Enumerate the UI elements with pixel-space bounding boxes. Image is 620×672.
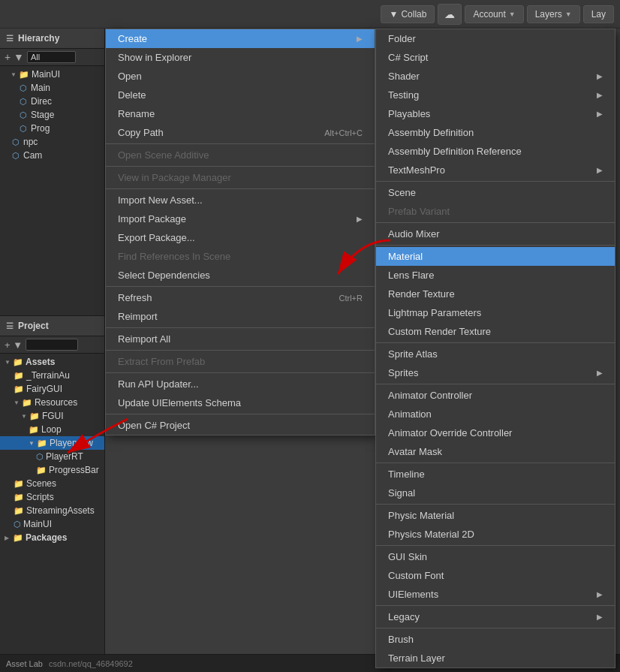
- tree-item-progressbar[interactable]: 📁 ProgressBar: [0, 463, 104, 477]
- menu-item-playables[interactable]: Playables ▶: [376, 104, 615, 123]
- menu-item-scene[interactable]: Scene: [376, 183, 615, 202]
- menu-label-sprites: Sprites: [388, 367, 418, 378]
- tree-item-loop[interactable]: 📁 Loop: [0, 423, 104, 436]
- menu-item-create[interactable]: Create ▶: [106, 29, 375, 48]
- tree-item-mainui[interactable]: ▼ 📁 MainUI: [0, 68, 104, 81]
- menu-item-update-schema[interactable]: Update UIElements Schema: [106, 393, 375, 412]
- project-search-input[interactable]: [26, 339, 78, 351]
- menu-item-physics-2d[interactable]: Physics Material 2D: [376, 525, 615, 544]
- menu-item-legacy[interactable]: Legacy ▶: [376, 607, 615, 626]
- tree-item-prog[interactable]: ⬡ Prog: [0, 122, 104, 135]
- menu-label-assembly-def: Assembly Definition: [388, 127, 474, 138]
- menu-item-animator-ctrl[interactable]: Animator Controller: [376, 386, 615, 405]
- menu-label-prefab-variant: Prefab Variant: [388, 206, 450, 217]
- menu-arrow-textmeshpro: ▶: [597, 166, 603, 174]
- menu-item-select-deps[interactable]: Select Dependencies: [106, 266, 375, 285]
- tree-label-scenes: Scenes: [26, 478, 56, 489]
- menu-item-delete[interactable]: Delete: [106, 86, 375, 104]
- menu-label-textmeshpro: TextMeshPro: [388, 164, 445, 176]
- menu-label-material: Material: [388, 251, 423, 262]
- tree-item-packages[interactable]: ▶ 📁 Packages: [0, 531, 104, 544]
- menu-item-animation[interactable]: Animation: [376, 405, 615, 423]
- menu-item-export-package[interactable]: Export Package...: [106, 228, 375, 247]
- tree-item-mainui-asset[interactable]: ⬡ MainUI: [0, 517, 104, 531]
- tree-item-playerview[interactable]: ▼ 📁 Playerview: [0, 436, 104, 450]
- menu-item-custom-render[interactable]: Custom Render Texture: [376, 322, 615, 341]
- collab-button[interactable]: ▼ Collab: [381, 5, 435, 23]
- tree-item-direc[interactable]: ⬡ Direc: [0, 95, 104, 108]
- tree-item-stage[interactable]: ⬡ Stage: [0, 108, 104, 122]
- lay-button[interactable]: Lay: [583, 5, 614, 23]
- tree-label-packages: Packages: [26, 532, 67, 543]
- menu-item-testing[interactable]: Testing ▶: [376, 86, 615, 104]
- tree-item-streaming[interactable]: 📁 StreamingAssets: [0, 504, 104, 517]
- menu-item-brush[interactable]: Brush: [376, 630, 615, 649]
- menu-item-folder[interactable]: Folder: [376, 29, 615, 48]
- menu-item-avatar-mask[interactable]: Avatar Mask: [376, 442, 615, 461]
- menu-label-custom-render: Custom Render Texture: [388, 326, 491, 337]
- menu-item-rename[interactable]: Rename: [106, 104, 375, 123]
- tree-item-assets[interactable]: ▼ 📁 Assets: [0, 355, 104, 369]
- tree-item-fgui[interactable]: ▼ 📁 FGUI: [0, 409, 104, 423]
- menu-item-shader[interactable]: Shader ▶: [376, 67, 615, 86]
- menu-item-refresh[interactable]: Refresh Ctrl+R: [106, 288, 375, 307]
- tree-item-npc[interactable]: ⬡ npc: [0, 135, 104, 149]
- tree-item-scenes[interactable]: 📁 Scenes: [0, 477, 104, 490]
- menu-item-open[interactable]: Open: [106, 67, 375, 86]
- menu-item-sprite-atlas[interactable]: Sprite Atlas: [376, 345, 615, 363]
- hierarchy-panel: ☰ Hierarchy + ▼ ▼ 📁 MainUI ⬡ Main ⬡ Dire…: [0, 29, 105, 315]
- menu-item-run-api[interactable]: Run API Updater...: [106, 375, 375, 393]
- menu-item-render-texture[interactable]: Render Texture: [376, 285, 615, 303]
- menu-label-avatar-mask: Avatar Mask: [388, 446, 442, 457]
- cloud-button[interactable]: ☁: [438, 4, 462, 25]
- menu-item-material[interactable]: Material: [376, 247, 615, 266]
- tree-label-resources: Resources: [35, 397, 77, 408]
- menu-item-gui-skin[interactable]: GUI Skin: [376, 547, 615, 566]
- asset-icon-playerrt: ⬡: [36, 452, 44, 462]
- menu-item-audio-mixer[interactable]: Audio Mixer: [376, 225, 615, 243]
- menu-item-import-asset[interactable]: Import New Asset...: [106, 191, 375, 209]
- tree-arrow-fgui: ▼: [21, 413, 27, 420]
- hierarchy-add-button[interactable]: + ▼: [5, 51, 24, 63]
- tree-label-direc: Direc: [31, 96, 52, 107]
- menu-item-ui-elements[interactable]: UIElements ▶: [376, 585, 615, 604]
- account-button[interactable]: Account ▼: [465, 5, 523, 23]
- menu-item-reimport-all[interactable]: Reimport All: [106, 330, 375, 348]
- menu-item-assembly-def-ref[interactable]: Assembly Definition Reference: [376, 142, 615, 161]
- project-add-button[interactable]: + ▼: [5, 339, 23, 351]
- menu-item-physic-material[interactable]: Physic Material: [376, 506, 615, 525]
- menu-item-sprites[interactable]: Sprites ▶: [376, 363, 615, 382]
- tree-label-loop: Loop: [41, 424, 62, 435]
- menu-arrow-shader: ▶: [597, 72, 603, 80]
- menu-label-physics-2d: Physics Material 2D: [388, 529, 474, 540]
- tree-item-scripts[interactable]: 📁 Scripts: [0, 490, 104, 504]
- menu-item-lightmap-params[interactable]: Lightmap Parameters: [376, 303, 615, 322]
- tree-item-main[interactable]: ⬡ Main: [0, 81, 104, 95]
- tree-item-cam[interactable]: ⬡ Cam: [0, 149, 104, 162]
- menu-item-open-csharp[interactable]: Open C# Project: [106, 416, 375, 435]
- menu-label-gui-skin: GUI Skin: [388, 551, 427, 562]
- menu-label-export-package: Export Package...: [118, 232, 195, 243]
- menu-item-custom-font[interactable]: Custom Font: [376, 566, 615, 585]
- menu-item-signal[interactable]: Signal: [376, 484, 615, 502]
- menu-item-animator-override[interactable]: Animator Override Controller: [376, 423, 615, 442]
- menu-item-reimport[interactable]: Reimport: [106, 307, 375, 326]
- menu-item-show-explorer[interactable]: Show in Explorer: [106, 48, 375, 67]
- tree-item-resources[interactable]: ▼ 📁 Resources: [0, 396, 104, 409]
- menu-item-terrain-layer[interactable]: Terrain Layer: [376, 649, 615, 667]
- menu-item-assembly-def[interactable]: Assembly Definition: [376, 123, 615, 142]
- folder-icon-progressbar: 📁: [36, 466, 47, 475]
- tree-item-terrainau[interactable]: 📁 _TerrainAu: [0, 369, 104, 382]
- menu-item-copy-path[interactable]: Copy Path Alt+Ctrl+C: [106, 123, 375, 142]
- menu-item-timeline[interactable]: Timeline: [376, 465, 615, 484]
- menu-item-import-package[interactable]: Import Package ▶: [106, 209, 375, 228]
- menu-item-textmeshpro[interactable]: TextMeshPro ▶: [376, 161, 615, 179]
- menu-item-lens-flare[interactable]: Lens Flare: [376, 266, 615, 285]
- tree-item-playerrt[interactable]: ⬡ PlayerRT: [0, 450, 104, 463]
- menu-item-csharp[interactable]: C# Script: [376, 48, 615, 67]
- topbar: ▼ Collab ☁ Account ▼ Layers ▼ Lay: [0, 0, 620, 29]
- tree-item-fairygui[interactable]: 📁 FairyGUI: [0, 382, 104, 396]
- hierarchy-search-input[interactable]: [27, 51, 76, 63]
- layers-button[interactable]: Layers ▼: [527, 5, 580, 23]
- gameobj-icon-cam: ⬡: [11, 151, 21, 161]
